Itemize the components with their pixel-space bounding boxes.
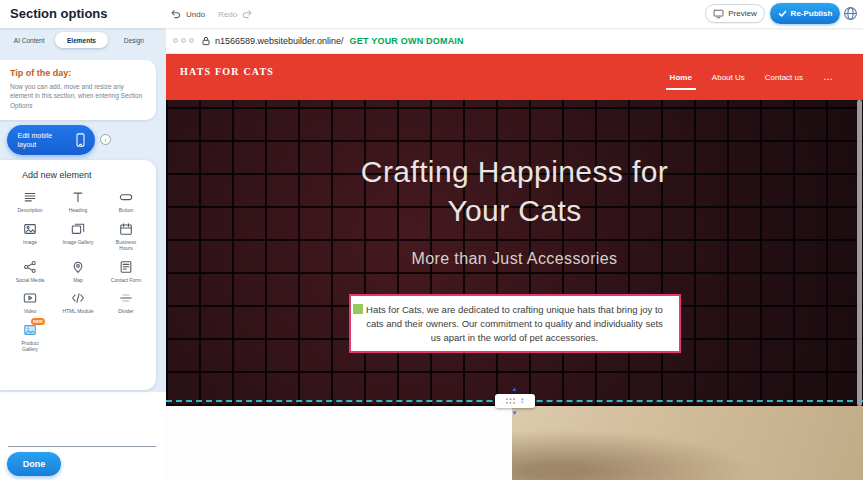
window-dots [173,38,194,43]
element-grid: Description Heading Button Image Image G [6,187,150,355]
add-element-image[interactable]: Image [6,219,54,254]
page-title: Section options [10,6,108,21]
window-dot-icon [173,38,178,43]
add-element-product-gallery[interactable]: NEW Product Gallery [6,320,54,355]
social-media-icon [23,259,37,275]
phone-icon [76,133,85,147]
video-icon [23,290,37,306]
heading-icon [71,189,85,205]
tab-design[interactable]: Design [108,32,160,48]
undo-icon[interactable] [170,9,181,20]
sidebar-tabs: AI Content Elements Design [3,32,160,48]
resize-arrow-down-icon: ▼ [512,410,518,416]
add-element-html-module[interactable]: HTML Module [54,288,102,317]
image-icon [23,221,37,237]
add-element-heading[interactable]: Heading [54,187,102,216]
next-section-image [512,406,863,480]
republish-button-label: Re-Publish [791,9,833,18]
check-icon [778,9,787,18]
add-element-image-gallery[interactable]: Image Gallery [54,219,102,254]
browser-chrome: n1566589.websitebuilder.online/ GET YOUR… [166,28,863,54]
lock-icon [202,36,210,46]
edit-mobile-layout-label: Edit mobile layout [18,131,70,149]
site-preview: n1566589.websitebuilder.online/ GET YOUR… [166,28,863,480]
section-resize-handle[interactable]: ↕ [495,394,535,408]
tip-title: Tip of the day: [10,68,146,78]
image-gallery-icon [71,221,85,237]
window-dot-icon [181,38,186,43]
nav-about-us[interactable]: About Us [712,73,745,82]
site-header: HATS FOR CATS Home About Us Contact us … [166,54,863,100]
nav-home[interactable]: Home [670,73,692,82]
language-globe-icon[interactable] [843,6,858,25]
hero-section: Crafting Happiness for Your Cats More th… [166,100,863,406]
hero-heading[interactable]: Crafting Happiness for Your Cats [350,152,680,230]
add-element-map[interactable]: Map [54,257,102,286]
done-button[interactable]: Done [7,452,61,476]
site-logo[interactable]: HATS FOR CATS [180,66,274,77]
map-pin-icon [71,259,85,275]
sidebar: AI Content Elements Design Tip of the da… [0,28,166,480]
new-badge: NEW [31,318,45,325]
add-element-business-hours[interactable]: Business Hours [102,219,150,254]
get-domain-link[interactable]: GET YOUR OWN DOMAIN [350,36,464,46]
nav-contact-us[interactable]: Contact us [765,73,803,82]
edit-mobile-layout-button[interactable]: Edit mobile layout [7,125,95,155]
add-element-contact-form[interactable]: Contact Form [102,257,150,286]
add-element-button[interactable]: Button [102,187,150,216]
preview-button-label: Preview [728,9,756,18]
app-window: Section options Undo Redo Preview Re-Pub… [0,0,863,480]
info-icon[interactable]: i [100,134,111,145]
hero-subheading[interactable]: More than Just Accessories [166,250,863,268]
nav-more-icon[interactable]: … [823,72,833,82]
republish-button[interactable]: Re-Publish [770,3,840,24]
business-hours-icon [119,221,133,237]
sidebar-divider [8,446,156,447]
add-new-element-panel: Add new element Description Heading Butt… [0,160,156,390]
selection-handle[interactable] [353,304,363,314]
add-panel-title: Add new element [22,170,150,180]
add-element-description[interactable]: Description [6,187,54,216]
add-element-social-media[interactable]: Social Media [6,257,54,286]
undo-button[interactable]: Undo [186,10,205,19]
undo-redo-group: Undo Redo [170,0,253,28]
description-icon [23,189,37,205]
site-url: n1566589.websitebuilder.online/ [215,36,344,46]
resize-arrow-up-icon: ▲ [512,386,518,392]
tip-of-the-day-card: Tip of the day: Now you can add, move an… [0,60,156,120]
add-element-divider[interactable]: Divider [102,288,150,317]
tab-elements[interactable]: Elements [55,32,107,48]
grip-dots-icon [505,397,516,405]
topbar: Section options Undo Redo Preview Re-Pub… [0,0,863,28]
resize-updown-icon: ↕ [520,397,524,405]
redo-icon[interactable] [242,9,253,20]
add-element-video[interactable]: Video [6,288,54,317]
hero-text-box[interactable]: Hats for Cats, we are dedicated to craft… [349,294,681,353]
preview-button[interactable]: Preview [705,4,765,23]
site-nav: Home About Us Contact us … [670,54,833,100]
contact-form-icon [119,259,133,275]
preview-scrollbar[interactable] [857,100,862,406]
tab-ai-content[interactable]: AI Content [3,32,55,48]
monitor-icon [713,9,724,19]
html-module-icon [71,290,85,306]
window-dot-icon [189,38,194,43]
redo-button[interactable]: Redo [218,10,237,19]
button-icon [119,189,133,205]
tip-body: Now you can add, move and resize any ele… [10,82,146,110]
divider-icon [119,290,133,306]
hero-body-text: Hats for Cats, we are dedicated to craft… [366,304,663,343]
